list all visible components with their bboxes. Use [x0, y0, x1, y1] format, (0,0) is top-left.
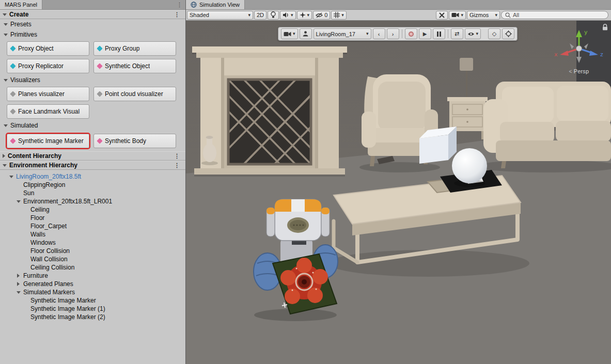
environment-hierarchy-menu-icon[interactable]: ⋮: [171, 162, 183, 169]
view-options-button[interactable]: ▾: [465, 28, 481, 39]
proxy-replicator-button[interactable]: Proxy Replicator: [7, 59, 89, 73]
synthetic-body-button[interactable]: Synthetic Body: [93, 134, 176, 148]
foldout-arrow-icon[interactable]: [15, 200, 21, 203]
simulated-user-button[interactable]: [300, 28, 312, 39]
content-hierarchy-menu-icon[interactable]: ⋮: [171, 153, 183, 160]
tree-item[interactable]: Floor_Carpet: [0, 222, 185, 230]
loop-playback-button[interactable]: ⇄: [451, 28, 463, 39]
planes-visualizer-button[interactable]: Planes visualizer: [7, 87, 89, 101]
scene-lighting-button[interactable]: [268, 11, 279, 20]
toolbar-separator: [448, 29, 448, 38]
tree-item-label: ClippingRegion: [23, 181, 65, 188]
foldout-arrow-icon[interactable]: [3, 13, 7, 16]
point-cloud-visualizer-label: Point cloud visualizer: [105, 90, 163, 98]
tree-item[interactable]: ClippingRegion: [0, 181, 185, 189]
chevron-down-icon: ▾: [476, 31, 479, 36]
globe-icon: [191, 2, 197, 8]
scene-audio-button[interactable]: ▾: [280, 11, 296, 20]
foldout-arrow-icon[interactable]: [4, 79, 8, 82]
frame-selected-button[interactable]: ◇: [488, 28, 500, 39]
camera-settings-button[interactable]: ▾: [449, 11, 466, 20]
chevron-down-icon: ▾: [341, 13, 344, 18]
tree-item[interactable]: Walls: [0, 230, 185, 239]
scene-search-input[interactable]: All: [501, 11, 608, 19]
search-scope-label: All: [513, 12, 519, 18]
environment-hierarchy-header[interactable]: Environment Hierarchy ⋮: [0, 161, 185, 170]
primitives-row-2: Proxy Replicator Synthetic Object: [0, 57, 185, 75]
synthetic-image-marker-button[interactable]: Synthetic Image Marker: [7, 134, 89, 148]
sim-camera-mode-button[interactable]: ▾: [281, 28, 298, 39]
simulation-scene[interactable]: [186, 21, 611, 364]
tab-mars-panel[interactable]: MARS Panel: [0, 0, 42, 9]
white-sphere[interactable]: [452, 148, 487, 187]
shading-mode-dropdown[interactable]: Shaded ▾: [187, 11, 253, 20]
record-button[interactable]: [405, 28, 417, 39]
tree-item[interactable]: LivingRoom_20ftx18.5ft: [0, 172, 185, 181]
tab-simulation-view[interactable]: Simulation View: [186, 0, 245, 9]
scene-viewport[interactable]: ▾ LivingRoom_17 ▾ ‹ ›: [186, 21, 611, 364]
grid-icon: [334, 12, 340, 18]
tree-item[interactable]: Floor: [0, 214, 185, 222]
pause-button[interactable]: [433, 28, 445, 39]
tree-item[interactable]: Ceiling Collision: [0, 263, 185, 272]
target-reticle-button[interactable]: [502, 28, 514, 39]
tree-item[interactable]: Simulated Markers: [0, 288, 185, 296]
tree-item[interactable]: Synthetic Image Marker: [0, 296, 185, 305]
synthetic-object-button[interactable]: Synthetic Object: [93, 59, 176, 73]
tree-item[interactable]: Wall Collision: [0, 255, 185, 263]
tree-item[interactable]: Generated Planes: [0, 280, 185, 288]
tree-item-label: Floor_Carpet: [30, 223, 67, 230]
foldout-simulated[interactable]: Simulated: [0, 120, 185, 131]
tree-item[interactable]: Sun: [0, 189, 185, 197]
foldout-arrow-icon[interactable]: [3, 164, 7, 167]
content-hierarchy-header[interactable]: Content Hierarchy ⋮: [0, 151, 185, 161]
toggle-2d-button[interactable]: 2D: [254, 11, 267, 20]
synthetic-body-label: Synthetic Body: [105, 137, 146, 145]
robot-head: [267, 199, 330, 241]
previous-environment-button[interactable]: ‹: [373, 28, 385, 39]
foldout-arrow-icon[interactable]: [4, 23, 8, 26]
scene-visibility-button[interactable]: 0: [313, 11, 330, 20]
foldout-primitives[interactable]: Primitives: [0, 29, 185, 40]
projection-mode[interactable]: <Persp: [553, 68, 605, 74]
proxy-object-button[interactable]: Proxy Object: [7, 41, 89, 56]
environment-name-label: LivingRoom_17: [316, 31, 355, 37]
tab-strip-filler: [42, 0, 174, 9]
next-environment-button[interactable]: ›: [387, 28, 399, 39]
tree-item[interactable]: Furniture: [0, 272, 185, 280]
tree-item[interactable]: Synthetic Image Marker (1): [0, 305, 185, 313]
panel-context-menu-icon[interactable]: ⋮: [174, 0, 185, 9]
tree-item[interactable]: Floor Collision: [0, 247, 185, 255]
proxy-group-button[interactable]: Proxy Group: [93, 41, 176, 56]
foldout-arrow-icon[interactable]: [4, 34, 8, 36]
tree-item[interactable]: Environment_20ftx18.5ft_LR001: [0, 197, 185, 205]
create-context-menu-icon[interactable]: ⋮: [171, 11, 183, 18]
fireplace[interactable]: [192, 46, 347, 180]
tree-item[interactable]: Ceiling: [0, 205, 185, 214]
tree-item-label: Ceiling: [30, 206, 50, 213]
scene-effects-button[interactable]: ▾: [297, 11, 312, 20]
foldout-arrow-icon[interactable]: [15, 291, 21, 294]
foldout-arrow-icon[interactable]: [8, 176, 14, 178]
foldout-presets[interactable]: Presets: [0, 19, 185, 29]
create-section-header[interactable]: Create ⋮: [0, 10, 185, 19]
tree-item[interactable]: Windows: [0, 239, 185, 247]
foldout-arrow-icon[interactable]: [4, 124, 8, 127]
mars-panel-tab-label: MARS Panel: [5, 2, 37, 8]
environment-dropdown[interactable]: LivingRoom_17 ▾: [314, 28, 371, 39]
foldout-arrow-icon[interactable]: [15, 274, 21, 278]
point-cloud-visualizer-button[interactable]: Point cloud visualizer: [93, 87, 176, 101]
foldout-arrow-icon[interactable]: [15, 282, 21, 286]
foldout-arrow-icon[interactable]: [3, 154, 5, 158]
hidden-objects-eye-icon: [316, 12, 323, 18]
chevron-down-icon: ▾: [307, 13, 310, 18]
gizmos-dropdown[interactable]: Gizmos ▾: [467, 11, 500, 20]
play-button[interactable]: ▶: [419, 28, 431, 39]
2d-label: 2D: [257, 12, 264, 18]
grid-settings-button[interactable]: ▾: [331, 11, 347, 20]
foldout-visualizers[interactable]: Visualizers: [0, 75, 185, 85]
tree-item[interactable]: Synthetic Image Marker (2): [0, 313, 185, 321]
face-landmark-visual-button[interactable]: Face Landmark Visual: [7, 104, 89, 119]
orientation-gizmo[interactable]: y x z <Persp: [553, 28, 605, 74]
component-tools-button[interactable]: [436, 11, 448, 20]
